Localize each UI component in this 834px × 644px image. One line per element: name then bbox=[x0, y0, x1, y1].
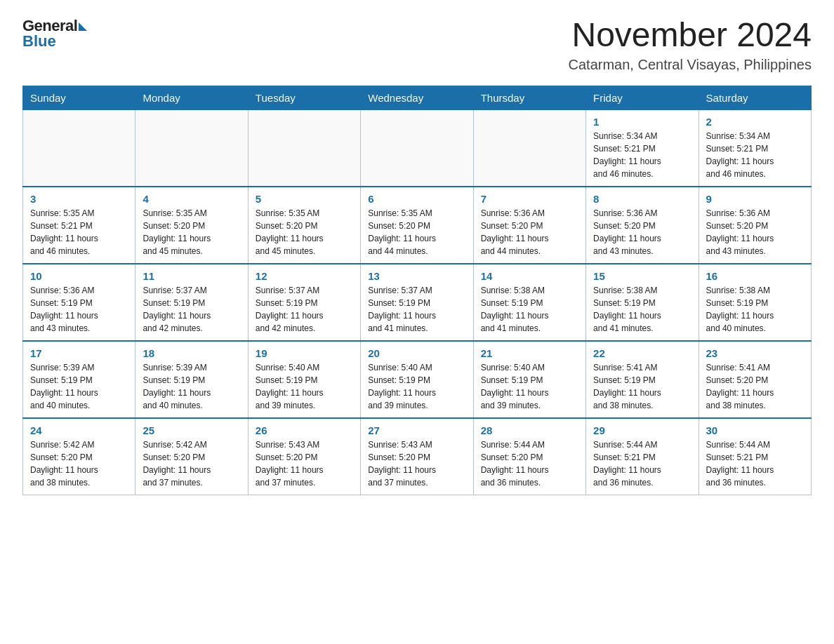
day-number: 18 bbox=[143, 347, 240, 359]
calendar-cell: 7Sunrise: 5:36 AM Sunset: 5:20 PM Daylig… bbox=[473, 187, 585, 264]
day-info: Sunrise: 5:39 AM Sunset: 5:19 PM Dayligh… bbox=[143, 361, 240, 412]
calendar-cell: 6Sunrise: 5:35 AM Sunset: 5:20 PM Daylig… bbox=[361, 187, 473, 264]
month-year-title: November 2024 bbox=[569, 17, 812, 54]
calendar-cell: 10Sunrise: 5:36 AM Sunset: 5:19 PM Dayli… bbox=[23, 264, 135, 341]
day-number: 14 bbox=[481, 270, 578, 282]
day-number: 21 bbox=[481, 347, 578, 359]
logo-blue-text: Blue bbox=[22, 32, 87, 51]
title-block: November 2024 Catarman, Central Visayas,… bbox=[569, 17, 812, 73]
calendar-cell: 11Sunrise: 5:37 AM Sunset: 5:19 PM Dayli… bbox=[135, 264, 248, 341]
day-number: 28 bbox=[481, 424, 578, 436]
calendar-cell: 1Sunrise: 5:34 AM Sunset: 5:21 PM Daylig… bbox=[586, 109, 699, 187]
day-number: 24 bbox=[30, 424, 128, 436]
day-number: 5 bbox=[256, 193, 353, 205]
calendar-week-row: 24Sunrise: 5:42 AM Sunset: 5:20 PM Dayli… bbox=[23, 418, 812, 495]
day-number: 22 bbox=[593, 347, 691, 359]
day-info: Sunrise: 5:37 AM Sunset: 5:19 PM Dayligh… bbox=[368, 284, 465, 335]
day-info: Sunrise: 5:40 AM Sunset: 5:19 PM Dayligh… bbox=[368, 361, 465, 412]
page-header: General Blue November 2024 Catarman, Cen… bbox=[22, 17, 812, 73]
day-info: Sunrise: 5:42 AM Sunset: 5:20 PM Dayligh… bbox=[143, 438, 240, 489]
day-number: 9 bbox=[706, 193, 804, 205]
calendar-cell: 13Sunrise: 5:37 AM Sunset: 5:19 PM Dayli… bbox=[361, 264, 473, 341]
calendar-cell: 2Sunrise: 5:34 AM Sunset: 5:21 PM Daylig… bbox=[699, 109, 811, 187]
calendar-cell: 12Sunrise: 5:37 AM Sunset: 5:19 PM Dayli… bbox=[248, 264, 360, 341]
weekday-header-sunday: Sunday bbox=[23, 86, 135, 109]
day-number: 2 bbox=[706, 116, 804, 128]
day-number: 1 bbox=[593, 116, 691, 128]
weekday-header-wednesday: Wednesday bbox=[361, 86, 473, 109]
day-number: 20 bbox=[368, 347, 465, 359]
day-info: Sunrise: 5:35 AM Sunset: 5:20 PM Dayligh… bbox=[368, 207, 465, 257]
calendar-cell: 14Sunrise: 5:38 AM Sunset: 5:19 PM Dayli… bbox=[473, 264, 585, 341]
weekday-header-saturday: Saturday bbox=[699, 86, 811, 109]
calendar-cell bbox=[473, 109, 585, 187]
day-number: 17 bbox=[30, 347, 128, 359]
day-info: Sunrise: 5:43 AM Sunset: 5:20 PM Dayligh… bbox=[368, 438, 465, 489]
calendar-cell bbox=[361, 109, 473, 187]
day-number: 26 bbox=[256, 424, 353, 436]
calendar-cell: 28Sunrise: 5:44 AM Sunset: 5:20 PM Dayli… bbox=[473, 418, 585, 495]
day-number: 29 bbox=[593, 424, 691, 436]
day-number: 23 bbox=[706, 347, 804, 359]
calendar-cell bbox=[248, 109, 360, 187]
day-number: 6 bbox=[368, 193, 465, 205]
calendar-week-row: 17Sunrise: 5:39 AM Sunset: 5:19 PM Dayli… bbox=[23, 341, 812, 418]
day-number: 7 bbox=[481, 193, 578, 205]
day-number: 12 bbox=[256, 270, 353, 282]
calendar-cell: 20Sunrise: 5:40 AM Sunset: 5:19 PM Dayli… bbox=[361, 341, 473, 418]
day-info: Sunrise: 5:43 AM Sunset: 5:20 PM Dayligh… bbox=[256, 438, 353, 489]
day-info: Sunrise: 5:44 AM Sunset: 5:21 PM Dayligh… bbox=[706, 438, 804, 489]
day-info: Sunrise: 5:44 AM Sunset: 5:20 PM Dayligh… bbox=[481, 438, 578, 489]
calendar-cell: 16Sunrise: 5:38 AM Sunset: 5:19 PM Dayli… bbox=[699, 264, 811, 341]
day-info: Sunrise: 5:34 AM Sunset: 5:21 PM Dayligh… bbox=[706, 130, 804, 180]
calendar-body: 1Sunrise: 5:34 AM Sunset: 5:21 PM Daylig… bbox=[23, 109, 812, 495]
day-info: Sunrise: 5:37 AM Sunset: 5:19 PM Dayligh… bbox=[143, 284, 240, 335]
day-info: Sunrise: 5:38 AM Sunset: 5:19 PM Dayligh… bbox=[706, 284, 804, 335]
calendar-cell: 15Sunrise: 5:38 AM Sunset: 5:19 PM Dayli… bbox=[586, 264, 699, 341]
day-info: Sunrise: 5:36 AM Sunset: 5:20 PM Dayligh… bbox=[706, 207, 804, 257]
calendar-cell: 19Sunrise: 5:40 AM Sunset: 5:19 PM Dayli… bbox=[248, 341, 360, 418]
calendar-table: SundayMondayTuesdayWednesdayThursdayFrid… bbox=[22, 86, 812, 495]
calendar-cell: 30Sunrise: 5:44 AM Sunset: 5:21 PM Dayli… bbox=[699, 418, 811, 495]
weekday-header-friday: Friday bbox=[586, 86, 699, 109]
logo: General Blue bbox=[22, 17, 87, 51]
calendar-week-row: 1Sunrise: 5:34 AM Sunset: 5:21 PM Daylig… bbox=[23, 109, 812, 187]
day-info: Sunrise: 5:42 AM Sunset: 5:20 PM Dayligh… bbox=[30, 438, 128, 489]
day-number: 15 bbox=[593, 270, 691, 282]
day-info: Sunrise: 5:38 AM Sunset: 5:19 PM Dayligh… bbox=[593, 284, 691, 335]
calendar-header: SundayMondayTuesdayWednesdayThursdayFrid… bbox=[23, 86, 812, 109]
day-info: Sunrise: 5:36 AM Sunset: 5:20 PM Dayligh… bbox=[481, 207, 578, 257]
calendar-cell: 18Sunrise: 5:39 AM Sunset: 5:19 PM Dayli… bbox=[135, 341, 248, 418]
day-info: Sunrise: 5:35 AM Sunset: 5:20 PM Dayligh… bbox=[143, 207, 240, 257]
day-info: Sunrise: 5:36 AM Sunset: 5:20 PM Dayligh… bbox=[593, 207, 691, 257]
day-info: Sunrise: 5:37 AM Sunset: 5:19 PM Dayligh… bbox=[256, 284, 353, 335]
day-info: Sunrise: 5:34 AM Sunset: 5:21 PM Dayligh… bbox=[593, 130, 691, 180]
day-number: 27 bbox=[368, 424, 465, 436]
calendar-cell: 29Sunrise: 5:44 AM Sunset: 5:21 PM Dayli… bbox=[586, 418, 699, 495]
calendar-cell: 9Sunrise: 5:36 AM Sunset: 5:20 PM Daylig… bbox=[699, 187, 811, 264]
calendar-cell: 4Sunrise: 5:35 AM Sunset: 5:20 PM Daylig… bbox=[135, 187, 248, 264]
calendar-week-row: 3Sunrise: 5:35 AM Sunset: 5:21 PM Daylig… bbox=[23, 187, 812, 264]
day-number: 10 bbox=[30, 270, 128, 282]
calendar-cell: 5Sunrise: 5:35 AM Sunset: 5:20 PM Daylig… bbox=[248, 187, 360, 264]
calendar-cell: 27Sunrise: 5:43 AM Sunset: 5:20 PM Dayli… bbox=[361, 418, 473, 495]
day-number: 30 bbox=[706, 424, 804, 436]
day-number: 16 bbox=[706, 270, 804, 282]
location-subtitle: Catarman, Central Visayas, Philippines bbox=[569, 57, 812, 73]
weekday-header-thursday: Thursday bbox=[473, 86, 585, 109]
calendar-cell: 3Sunrise: 5:35 AM Sunset: 5:21 PM Daylig… bbox=[23, 187, 135, 264]
calendar-cell: 24Sunrise: 5:42 AM Sunset: 5:20 PM Dayli… bbox=[23, 418, 135, 495]
calendar-cell: 22Sunrise: 5:41 AM Sunset: 5:19 PM Dayli… bbox=[586, 341, 699, 418]
calendar-cell bbox=[23, 109, 135, 187]
day-info: Sunrise: 5:40 AM Sunset: 5:19 PM Dayligh… bbox=[256, 361, 353, 412]
day-info: Sunrise: 5:35 AM Sunset: 5:21 PM Dayligh… bbox=[30, 207, 128, 257]
logo-triangle-icon bbox=[79, 22, 87, 31]
calendar-cell: 8Sunrise: 5:36 AM Sunset: 5:20 PM Daylig… bbox=[586, 187, 699, 264]
weekday-header-tuesday: Tuesday bbox=[248, 86, 360, 109]
day-info: Sunrise: 5:36 AM Sunset: 5:19 PM Dayligh… bbox=[30, 284, 128, 335]
calendar-cell bbox=[135, 109, 248, 187]
calendar-cell: 26Sunrise: 5:43 AM Sunset: 5:20 PM Dayli… bbox=[248, 418, 360, 495]
day-info: Sunrise: 5:38 AM Sunset: 5:19 PM Dayligh… bbox=[481, 284, 578, 335]
day-number: 11 bbox=[143, 270, 240, 282]
day-number: 25 bbox=[143, 424, 240, 436]
